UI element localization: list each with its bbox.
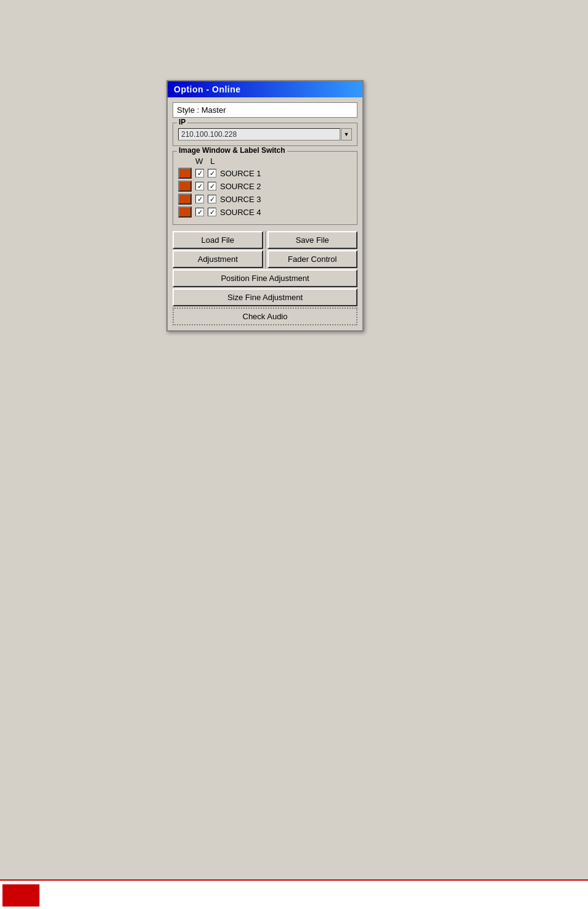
ip-input[interactable]: 210.100.100.228	[178, 128, 340, 141]
button-divider-2	[265, 250, 266, 268]
source-3-button[interactable]	[178, 194, 192, 205]
image-window-group: Image Window & Label Switch W L ✓ ✓ SOUR…	[173, 151, 357, 225]
source-3-label: SOURCE 3	[220, 195, 261, 204]
source-2-l-checkbox[interactable]: ✓	[208, 182, 216, 190]
source-row-3: ✓ ✓ SOURCE 3	[178, 194, 352, 205]
w-label: W	[195, 157, 203, 166]
option-online-dialog: Option - Online Style : Master IP 210.10…	[166, 80, 364, 332]
dialog-title: Option - Online	[174, 84, 241, 94]
fader-control-button[interactable]: Fader Control	[267, 250, 358, 268]
source-1-label: SOURCE 1	[220, 169, 261, 178]
check-audio-button[interactable]: Check Audio	[173, 308, 357, 325]
style-label: Style : Master	[177, 105, 226, 115]
source-2-label: SOURCE 2	[220, 182, 261, 191]
source-1-l-checkbox[interactable]: ✓	[208, 169, 216, 177]
ip-group-label: IP	[177, 118, 187, 126]
source-4-label: SOURCE 4	[220, 208, 261, 217]
dialog-body: Style : Master IP 210.100.100.228 ▼ Imag…	[168, 97, 362, 330]
source-row-4: ✓ ✓ SOURCE 4	[178, 206, 352, 218]
load-file-button[interactable]: Load File	[173, 231, 263, 249]
save-file-button[interactable]: Save File	[267, 231, 358, 249]
source-4-w-checkbox[interactable]: ✓	[195, 208, 204, 216]
ip-dropdown[interactable]: ▼	[341, 128, 352, 141]
bottom-bar	[0, 879, 588, 909]
file-button-row: Load File Save File	[173, 231, 357, 249]
adjust-button-row: Adjustment Fader Control	[173, 250, 357, 268]
wl-header: W L	[178, 157, 352, 166]
style-row: Style : Master	[173, 102, 357, 118]
ip-group: IP 210.100.100.228 ▼	[173, 123, 357, 146]
bottom-bar-red-indicator	[2, 884, 39, 907]
source-row-1: ✓ ✓ SOURCE 1	[178, 168, 352, 179]
source-3-w-checkbox[interactable]: ✓	[195, 195, 204, 203]
source-4-button[interactable]	[178, 206, 192, 218]
image-group-label: Image Window & Label Switch	[177, 146, 287, 155]
ip-row: 210.100.100.228 ▼	[178, 128, 352, 141]
adjustment-button[interactable]: Adjustment	[173, 250, 263, 268]
source-2-w-checkbox[interactable]: ✓	[195, 182, 204, 190]
source-2-button[interactable]	[178, 181, 192, 192]
source-3-l-checkbox[interactable]: ✓	[208, 195, 216, 203]
l-label: L	[210, 157, 214, 166]
source-row-2: ✓ ✓ SOURCE 2	[178, 181, 352, 192]
position-fine-button[interactable]: Position Fine Adjustment	[173, 269, 357, 287]
source-4-l-checkbox[interactable]: ✓	[208, 208, 216, 216]
source-1-button[interactable]	[178, 168, 192, 179]
dropdown-arrow-icon: ▼	[344, 131, 349, 137]
size-fine-button[interactable]: Size Fine Adjustment	[173, 288, 357, 306]
title-bar: Option - Online	[168, 81, 362, 97]
source-1-w-checkbox[interactable]: ✓	[195, 169, 204, 177]
button-divider-1	[265, 231, 266, 249]
